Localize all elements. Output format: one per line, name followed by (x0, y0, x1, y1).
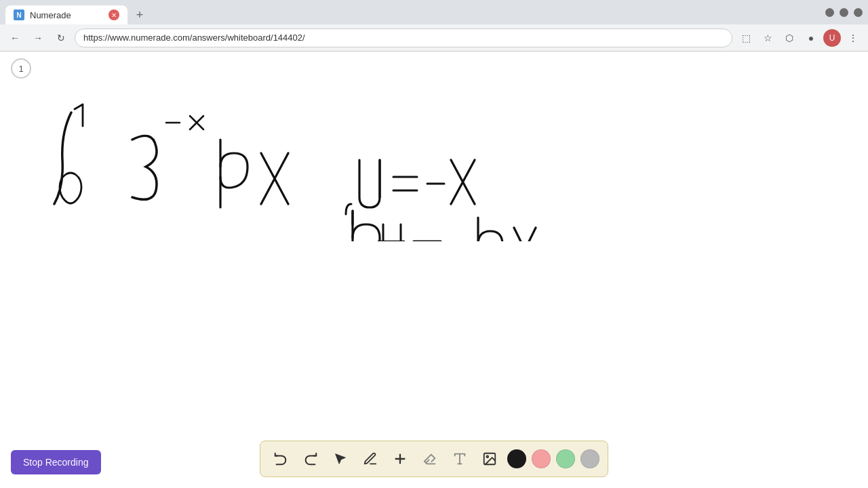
close-button[interactable] (854, 8, 863, 17)
page-content: 1 (0, 52, 868, 488)
tab-favicon: N (14, 9, 24, 20)
page-indicator: 1 (11, 58, 31, 79)
address-bar[interactable]: https://www.numerade.com/answers/whitebo… (75, 28, 732, 47)
tab-bar: N Numerade ✕ + (5, 0, 149, 24)
color-gray[interactable] (580, 449, 599, 468)
refresh-button[interactable]: ↻ (52, 28, 71, 47)
cast-icon[interactable]: ⬚ (736, 28, 755, 47)
back-button[interactable]: ← (5, 28, 24, 47)
stop-recording-button[interactable]: Stop Recording (11, 450, 101, 474)
extension-icon[interactable]: ⬡ (780, 28, 799, 47)
whiteboard[interactable]: 1 (0, 52, 868, 488)
undo-button[interactable] (269, 447, 293, 471)
pen-tool-button[interactable] (358, 447, 382, 471)
url-text: https://www.numerade.com/answers/whitebo… (83, 33, 305, 43)
nav-bar: ← → ↻ https://www.numerade.com/answers/w… (0, 24, 868, 52)
profile-icon[interactable]: ● (802, 28, 821, 47)
tab-close-button[interactable]: ✕ (108, 9, 119, 20)
math-svg (27, 92, 542, 241)
new-tab-button[interactable]: + (130, 5, 149, 24)
bottom-toolbar (260, 441, 608, 477)
bookmark-icon[interactable]: ☆ (758, 28, 777, 47)
image-tool-button[interactable] (477, 447, 502, 471)
menu-icon[interactable]: ⋮ (844, 28, 863, 47)
title-bar: N Numerade ✕ + (0, 0, 868, 24)
eraser-button[interactable] (418, 447, 442, 471)
color-green[interactable] (556, 449, 575, 468)
maximize-button[interactable] (840, 8, 848, 17)
svg-point-5 (486, 455, 488, 458)
nav-icons: ⬚ ☆ ⬡ ● U ⋮ (736, 28, 863, 47)
text-tool-button[interactable] (448, 447, 472, 471)
select-tool-button[interactable] (328, 447, 353, 471)
browser-frame: N Numerade ✕ + ← → ↻ https://www.numerad… (0, 0, 868, 488)
forward-button[interactable]: → (28, 28, 47, 47)
color-pink[interactable] (532, 449, 551, 468)
minimize-button[interactable] (825, 8, 834, 17)
tab-title: Numerade (30, 10, 71, 20)
color-black[interactable] (507, 449, 526, 468)
add-button[interactable] (388, 447, 412, 471)
profile-avatar[interactable]: U (823, 29, 841, 47)
window-controls (825, 8, 863, 17)
active-tab[interactable]: N Numerade ✕ (5, 5, 127, 24)
redo-button[interactable] (298, 447, 323, 471)
